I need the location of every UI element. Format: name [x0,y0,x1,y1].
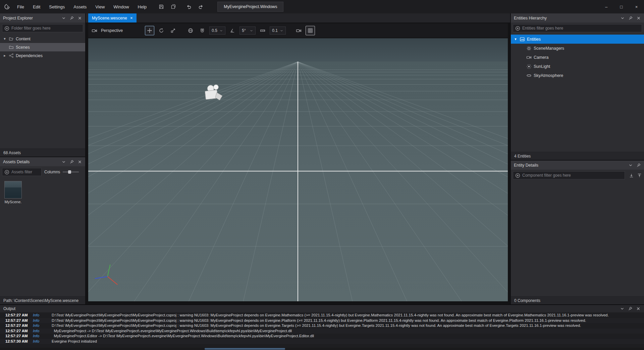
tree-item-scenes[interactable]: Scenes [0,43,85,51]
chevron-down-icon [280,29,283,33]
log-row[interactable]: 12:57:30 AM Info Evergine Project initia… [0,339,644,344]
rotation-snap-button[interactable] [228,26,237,35]
log-message: MyEvergineProject.Editor -> D:\Test \MyE… [52,334,644,339]
plus-circle-icon[interactable] [4,170,9,175]
close-button[interactable]: × [629,0,644,13]
log-row[interactable]: 12:57:27 AM Info MyEvergineProject.Edito… [0,334,644,339]
chevron-down-icon[interactable] [620,16,625,20]
menu-file[interactable]: File [13,0,29,13]
rotation-snap-select[interactable]: 5° [239,27,256,35]
log-row[interactable]: 12:57:27 AM Info MyEvergineProject -> D:… [0,329,644,334]
camera-mode-icon [92,28,97,34]
scrollbar-thumb[interactable] [205,348,285,350]
log-row[interactable]: 12:57:27 AM Info D:\Test \MyEvergineProj… [0,318,644,323]
scale-snap-value: 0.1 [272,28,278,33]
translation-snap-select[interactable]: 0.5 [209,27,225,35]
close-icon[interactable] [77,16,82,20]
snap-magnet-icon [200,28,205,33]
columns-slider[interactable] [63,170,79,174]
rotate-tool-button[interactable] [157,26,166,35]
pin-icon[interactable] [69,160,74,164]
entities-filter-input[interactable] [522,26,640,31]
chevron-down-icon[interactable] [620,306,625,311]
tree-item-scenemanagers[interactable]: SceneManagers [511,44,644,53]
plus-circle-icon[interactable] [515,26,520,31]
components-count-label: 0 Components [514,298,540,303]
grid-icon [308,28,313,33]
horizontal-scrollbar[interactable] [0,348,644,350]
entities-hierarchy-panel: Entities Hierarchy ▾ Entities [511,13,644,160]
tab-myscene[interactable]: MyScene.wescene × [88,13,137,23]
maximize-button[interactable]: □ [614,0,629,13]
output-log: 12:57:27 AM Info D:\Test \MyEvergineProj… [0,312,644,350]
camera-mode-dropdown[interactable]: Perspective [101,28,123,33]
plus-circle-icon[interactable] [515,173,520,178]
log-time: 12:57:27 AM [0,313,33,318]
menu-help[interactable]: Help [133,0,151,13]
app-window: File Edit Settings Assets View Window He… [0,0,644,350]
asset-item-myscene[interactable]: MyScene. [3,181,23,204]
scene-thumbnail[interactable] [4,181,22,199]
tab-close-icon[interactable]: × [130,16,133,20]
component-filter-input[interactable] [522,173,623,178]
caret-down-icon[interactable]: ▾ [3,37,7,41]
menu-view[interactable]: View [91,0,109,13]
entities-count-label: 4 Entities [514,154,531,159]
tree-item-content[interactable]: ▾ Content [0,35,85,43]
assets-filter-input[interactable] [11,170,39,174]
tree-item-dependencies[interactable]: ▸ Dependencies [0,51,85,60]
save-button[interactable] [156,2,166,11]
chevron-down-icon[interactable] [61,160,66,164]
log-message: D:\Test \MyEvergineProject\MyEverginePro… [52,323,644,329]
tree-item-camera[interactable]: Camera [511,53,644,62]
panel-title: Entities Hierarchy [514,16,547,20]
menu-assets[interactable]: Assets [69,0,91,13]
grid-toggle-button[interactable] [306,26,315,35]
components-empty-area [511,181,644,296]
close-icon[interactable] [636,306,641,311]
undo-button[interactable] [184,2,194,11]
output-header: Output [0,305,644,312]
folder-filter-input[interactable] [11,26,81,31]
translate-tool-button[interactable] [145,26,154,35]
plus-circle-icon[interactable] [4,26,9,31]
scale-tool-button[interactable] [168,26,178,35]
pin-icon[interactable] [628,16,633,20]
log-time: 12:57:27 AM [0,318,33,323]
scale-snap-button[interactable] [258,26,267,35]
scale-snap-select[interactable]: 0.1 [270,27,286,35]
minimize-button[interactable]: – [599,0,614,13]
save-all-button[interactable] [168,2,178,11]
caret-right-icon[interactable]: ▸ [3,53,7,58]
slider-knob[interactable] [68,170,71,174]
translation-snap-button[interactable] [198,26,207,35]
collapse-all-icon[interactable] [629,173,634,178]
chevron-down-icon[interactable] [61,16,66,20]
log-message: D:\Test \MyEvergineProject\MyEverginePro… [52,313,644,318]
log-row[interactable]: 12:57:27 AM Info D:\Test \MyEvergineProj… [0,323,644,329]
pin-icon[interactable] [69,16,74,20]
pin-icon[interactable] [636,163,641,168]
project-explorer-header: Project Explorer [0,13,85,23]
redo-button[interactable] [196,2,206,11]
save-all-icon [171,4,176,9]
chevron-down-icon[interactable] [628,163,633,168]
scene-viewport[interactable] [88,38,508,301]
menu-window[interactable]: Window [109,0,133,13]
caret-down-icon[interactable]: ▾ [514,37,518,41]
expand-all-icon[interactable] [637,173,642,178]
tree-item-skyatmosphere[interactable]: SkyAtmosphere [511,71,644,80]
left-column: Project Explorer ▾ Content [0,13,85,304]
tree-item-label: Scenes [16,45,30,50]
tree-item-sunlight[interactable]: SunLight [511,62,644,71]
menu-settings[interactable]: Settings [45,0,69,13]
world-local-toggle-button[interactable] [186,26,195,35]
camera-settings-button[interactable] [294,26,303,35]
close-icon[interactable] [636,16,641,20]
tree-item-entities[interactable]: ▾ Entities [511,35,644,44]
pin-icon[interactable] [628,306,633,311]
entities-filter-row [511,23,644,34]
close-icon[interactable] [77,160,82,164]
menu-edit[interactable]: Edit [29,0,45,13]
log-row[interactable]: 12:57:27 AM Info D:\Test \MyEvergineProj… [0,313,644,318]
